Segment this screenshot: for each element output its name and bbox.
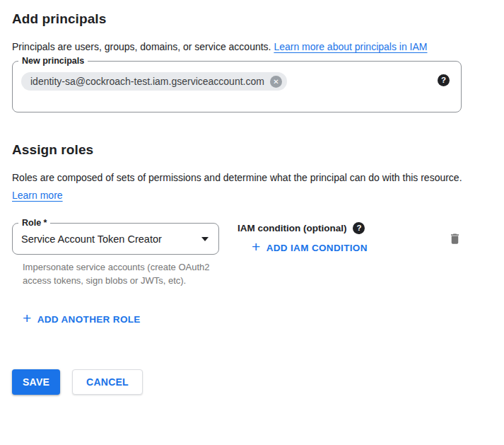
role-description-text: Impersonate service accounts (create OAu… <box>23 260 212 287</box>
plus-icon: + <box>252 241 261 253</box>
new-principals-label: New principals <box>18 56 88 67</box>
role-column: Role * Service Account Token Creator Imp… <box>12 218 224 287</box>
role-row: Role * Service Account Token Creator Imp… <box>12 218 504 287</box>
save-button[interactable]: SAVE <box>12 369 60 395</box>
learn-more-roles-link[interactable]: Learn more <box>12 190 63 201</box>
add-principals-panel: Add principals Principals are users, gro… <box>0 0 504 395</box>
iam-condition-column: IAM condition (optional) ? + ADD IAM CON… <box>238 218 368 255</box>
iam-condition-help-icon[interactable]: ? <box>353 222 365 234</box>
intro-text: Principals are users, groups, domains, o… <box>12 38 468 56</box>
plus-icon: + <box>23 312 32 325</box>
new-principals-input-area[interactable]: identity-sa@cockroach-test.iam.gservicea… <box>13 67 461 112</box>
role-label: Role * <box>18 218 50 229</box>
new-principals-field[interactable]: New principals identity-sa@cockroach-tes… <box>12 56 462 112</box>
iam-condition-label: IAM condition (optional) <box>238 223 346 233</box>
assign-roles-description: Roles are composed of sets of permission… <box>12 169 468 204</box>
add-iam-condition-button[interactable]: + ADD IAM CONDITION <box>252 241 368 254</box>
add-another-role-button[interactable]: + ADD ANOTHER ROLE <box>23 313 141 325</box>
page-title: Add principals <box>12 11 504 27</box>
add-another-role-label: ADD ANOTHER ROLE <box>37 314 141 325</box>
action-buttons-row: SAVE CANCEL <box>12 369 504 395</box>
iam-condition-label-row: IAM condition (optional) ? <box>238 222 368 234</box>
assign-roles-title: Assign roles <box>12 142 504 158</box>
add-iam-condition-label: ADD IAM CONDITION <box>266 243 368 253</box>
principal-chip: identity-sa@cockroach-test.iam.gservicea… <box>21 72 287 91</box>
chip-remove-icon[interactable]: ✕ <box>270 76 282 88</box>
learn-more-principals-link[interactable]: Learn more about principals in IAM <box>274 41 427 52</box>
intro-text-body: Principals are users, groups, domains, o… <box>12 41 271 52</box>
principal-chip-text: identity-sa@cockroach-test.iam.gservicea… <box>30 76 264 87</box>
role-selected-value: Service Account Token Creator <box>21 232 162 246</box>
dropdown-arrow-icon <box>201 237 209 241</box>
assign-roles-description-body: Roles are composed of sets of permission… <box>12 172 462 183</box>
cancel-button[interactable]: CANCEL <box>72 369 143 395</box>
role-select-value-area[interactable]: Service Account Token Creator <box>13 229 218 254</box>
trash-icon <box>448 231 462 246</box>
new-principals-help-icon[interactable]: ? <box>438 74 450 86</box>
role-select[interactable]: Role * Service Account Token Creator <box>12 218 219 255</box>
delete-role-button[interactable] <box>445 229 464 249</box>
